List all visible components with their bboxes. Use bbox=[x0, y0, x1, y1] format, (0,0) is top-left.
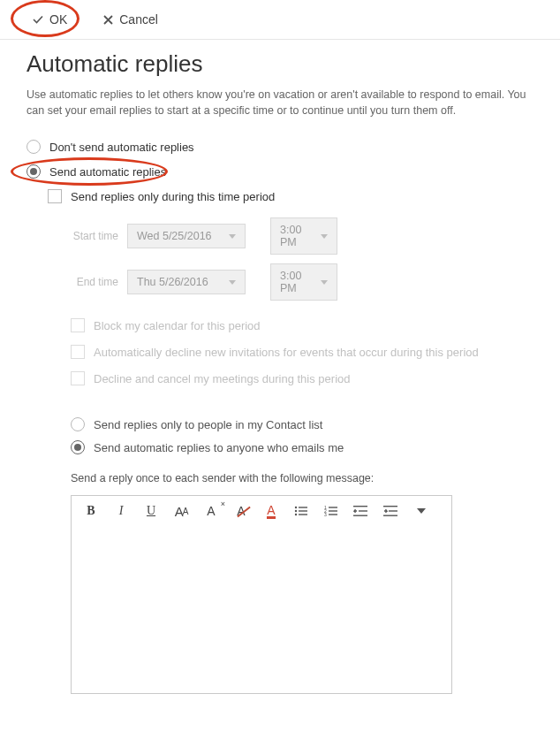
toolbar: OK Cancel bbox=[0, 0, 560, 40]
svg-rect-17 bbox=[383, 515, 397, 516]
radio-send[interactable]: Send automatic replies bbox=[26, 164, 534, 179]
chevron-down-icon bbox=[321, 234, 328, 239]
svg-rect-7 bbox=[329, 507, 337, 508]
svg-rect-9 bbox=[329, 511, 337, 512]
font-size-button[interactable]: AA bbox=[172, 503, 190, 519]
svg-rect-14 bbox=[353, 515, 367, 516]
radio-label: Send automatic replies to anyone who ema… bbox=[94, 441, 344, 454]
cancel-label: Cancel bbox=[119, 12, 158, 27]
chevron-down-icon bbox=[321, 280, 328, 285]
start-time-dropdown[interactable]: 3:00 PM bbox=[270, 217, 337, 255]
highlight-color-button[interactable]: A bbox=[232, 503, 250, 519]
underline-button[interactable]: U bbox=[142, 503, 160, 519]
clear-format-button[interactable]: A bbox=[202, 503, 220, 519]
svg-rect-15 bbox=[383, 506, 397, 507]
checkbox-icon bbox=[71, 318, 85, 332]
svg-rect-1 bbox=[299, 507, 307, 508]
checkbox-block-calendar[interactable]: Block my calendar for this period bbox=[71, 318, 534, 332]
number-list-button[interactable]: 123 bbox=[322, 503, 340, 519]
ok-label: OK bbox=[49, 12, 67, 27]
message-editor: B I U AA A A A 123 bbox=[71, 495, 452, 694]
outdent-button[interactable] bbox=[352, 503, 370, 519]
editor-toolbar: B I U AA A A A 123 bbox=[72, 496, 451, 524]
checkbox-label: Automatically decline new invitations fo… bbox=[94, 346, 479, 359]
svg-point-2 bbox=[295, 510, 297, 512]
svg-rect-3 bbox=[299, 511, 307, 512]
radio-contacts-only[interactable]: Send replies only to people in my Contac… bbox=[71, 417, 534, 431]
end-date-dropdown[interactable]: Thu 5/26/2016 bbox=[127, 270, 246, 294]
radio-anyone[interactable]: Send automatic replies to anyone who ema… bbox=[71, 440, 534, 454]
radio-icon bbox=[71, 440, 85, 454]
svg-point-4 bbox=[295, 514, 297, 515]
checkbox-label: Decline and cancel my meetings during th… bbox=[94, 372, 351, 385]
time-period-block: Send replies only during this time perio… bbox=[48, 189, 534, 203]
bullet-list-icon bbox=[294, 505, 308, 517]
check-icon bbox=[32, 13, 44, 26]
checkbox-icon bbox=[71, 371, 85, 385]
chevron-down-icon bbox=[229, 234, 236, 239]
checkbox-icon bbox=[48, 189, 62, 203]
recipient-options: Send replies only to people in my Contac… bbox=[71, 417, 534, 454]
end-time-value: 3:00 PM bbox=[280, 270, 314, 294]
end-time-dropdown[interactable]: 3:00 PM bbox=[270, 263, 337, 301]
content-area: Automatic replies Use automatic replies … bbox=[0, 40, 560, 694]
start-time-row: Start time Wed 5/25/2016 3:00 PM bbox=[69, 217, 534, 255]
time-grid: Start time Wed 5/25/2016 3:00 PM End tim… bbox=[69, 217, 534, 301]
ok-button-wrapper: OK bbox=[26, 9, 72, 30]
close-icon bbox=[102, 14, 114, 26]
end-date-value: Thu 5/26/2016 bbox=[137, 276, 208, 288]
radio-icon bbox=[26, 140, 41, 154]
italic-button[interactable]: I bbox=[112, 503, 130, 519]
radio-icon bbox=[26, 164, 41, 179]
bullet-list-button[interactable] bbox=[292, 503, 310, 519]
bold-button[interactable]: B bbox=[82, 503, 100, 519]
start-time-label: Start time bbox=[69, 230, 118, 242]
cancel-button[interactable]: Cancel bbox=[97, 9, 163, 30]
indent-icon bbox=[383, 505, 399, 517]
outdent-icon bbox=[353, 505, 369, 517]
end-time-row: End time Thu 5/26/2016 3:00 PM bbox=[69, 263, 534, 301]
svg-rect-13 bbox=[359, 511, 367, 512]
checkbox-label: Send replies only during this time perio… bbox=[71, 190, 275, 203]
svg-rect-12 bbox=[353, 506, 367, 507]
page-title: Automatic replies bbox=[26, 50, 534, 78]
checkbox-decline-cancel[interactable]: Decline and cancel my meetings during th… bbox=[71, 371, 534, 385]
start-date-value: Wed 5/25/2016 bbox=[137, 230, 212, 242]
message-prompt: Send a reply once to each sender with th… bbox=[71, 472, 534, 484]
font-color-button[interactable]: A bbox=[262, 503, 280, 519]
ok-button[interactable]: OK bbox=[26, 9, 72, 30]
checkbox-time-period[interactable]: Send replies only during this time perio… bbox=[48, 189, 534, 203]
end-time-label: End time bbox=[69, 276, 118, 288]
start-date-dropdown[interactable]: Wed 5/25/2016 bbox=[127, 224, 246, 248]
svg-point-0 bbox=[295, 507, 297, 508]
checkbox-label: Block my calendar for this period bbox=[94, 319, 261, 332]
svg-rect-5 bbox=[299, 515, 307, 515]
radio-icon bbox=[71, 417, 85, 431]
radio-label: Send automatic replies bbox=[49, 165, 166, 179]
chevron-down-icon bbox=[229, 280, 236, 285]
calendar-options: Block my calendar for this period Automa… bbox=[71, 318, 534, 385]
chevron-down-icon bbox=[417, 508, 426, 514]
radio-label: Send replies only to people in my Contac… bbox=[94, 418, 322, 431]
svg-rect-16 bbox=[389, 511, 397, 512]
radio-label: Don't send automatic replies bbox=[49, 141, 194, 154]
checkbox-decline-new[interactable]: Automatically decline new invitations fo… bbox=[71, 345, 534, 359]
checkbox-icon bbox=[71, 345, 85, 359]
page-description: Use automatic replies to let others know… bbox=[26, 87, 534, 118]
more-options-button[interactable] bbox=[412, 503, 430, 519]
radio-dont-send[interactable]: Don't send automatic replies bbox=[26, 140, 534, 154]
svg-rect-11 bbox=[329, 515, 337, 515]
svg-text:3: 3 bbox=[324, 512, 327, 517]
number-list-icon: 123 bbox=[324, 505, 338, 517]
start-time-value: 3:00 PM bbox=[280, 224, 314, 248]
message-body-input[interactable] bbox=[72, 524, 451, 693]
indent-button[interactable] bbox=[382, 503, 400, 519]
